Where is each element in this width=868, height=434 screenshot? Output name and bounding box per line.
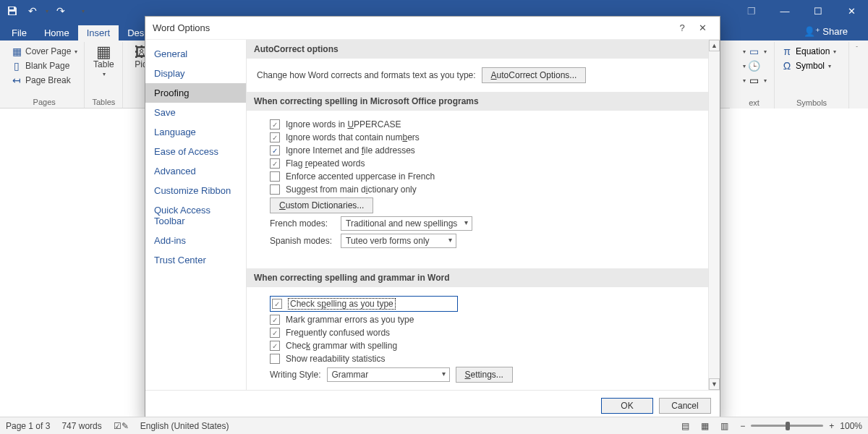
cb-suggest-main-dict[interactable] [270, 184, 280, 195]
cb-readability[interactable] [270, 354, 280, 364]
equation-button[interactable]: πEquation▾ [779, 45, 844, 58]
cb-mark-grammar[interactable] [270, 315, 280, 325]
undo-more-chevron-icon[interactable]: ▾ [46, 8, 48, 14]
close-button[interactable]: ✕ [835, 0, 868, 22]
status-words[interactable]: 747 words [61, 421, 101, 431]
blank-page-button[interactable]: ▯Blank Page [9, 59, 80, 72]
dialog-titlebar: Word Options ? ✕ [145, 17, 720, 40]
zoom-percent[interactable]: 100% [840, 421, 862, 431]
table-button[interactable]: ▦ Table ▾ [89, 45, 118, 79]
dialog-nav: General Display Proofing Save Language E… [145, 40, 247, 390]
page-break-button[interactable]: ↤Page Break [9, 74, 80, 87]
nav-language[interactable]: Language [145, 122, 246, 142]
undo-button[interactable]: ↶ [25, 3, 41, 19]
dialog-scrollbar[interactable]: ▲ ▼ [708, 40, 720, 390]
qat-customize-chevron-icon[interactable]: ▾ [82, 8, 85, 14]
writing-style-select[interactable]: Grammar [327, 367, 450, 382]
dialog-close-button[interactable]: ✕ [692, 18, 712, 38]
custom-dictionaries-button[interactable]: Custom Dictionaries... [270, 197, 373, 213]
nav-quick-access-toolbar[interactable]: Quick Access Toolbar [145, 200, 246, 231]
textbox-icon: ▭ [749, 46, 760, 57]
symbol-icon: Ω [781, 60, 793, 72]
status-language[interactable]: English (United States) [140, 421, 229, 431]
equation-icon: π [781, 46, 793, 57]
autocorrect-options-button[interactable]: AutoCorrect Options... [482, 67, 587, 83]
french-modes-select[interactable]: Traditional and new spellings [341, 216, 472, 231]
ribbon-collapse[interactable]: ˆ [849, 42, 864, 109]
date-time-icon: 🕒 [749, 60, 760, 72]
group-tables-label: Tables [92, 98, 115, 108]
nav-add-ins[interactable]: Add-ins [145, 231, 246, 250]
cancel-button[interactable]: Cancel [659, 398, 711, 414]
cover-page-icon: ▦ [11, 46, 22, 57]
nav-advanced[interactable]: Advanced [145, 161, 246, 181]
cb-mark-grammar-label: Mark grammar errors as you type [286, 315, 414, 325]
cb-readability-label: Show readability statistics [286, 354, 385, 364]
cb-ignore-numbers[interactable] [270, 132, 280, 142]
nav-trust-center[interactable]: Trust Center [145, 250, 246, 270]
group-pages-label: Pages [33, 98, 56, 108]
section-autocorrect-head: AutoCorrect options [247, 40, 708, 59]
cb-french-uppercase-label: Enforce accented uppercase in French [286, 171, 435, 182]
ok-button[interactable]: OK [601, 398, 653, 414]
scroll-down-icon[interactable]: ▼ [709, 378, 720, 390]
share-icon: 👤⁺ [804, 26, 820, 37]
nav-customize-ribbon[interactable]: Customize Ribbon [145, 181, 246, 200]
read-mode-icon[interactable]: ▤ [681, 421, 689, 431]
cb-french-uppercase[interactable] [270, 171, 280, 182]
tab-home[interactable]: Home [35, 25, 78, 41]
word-options-dialog: Word Options ? ✕ General Display Proofin… [145, 16, 720, 421]
text-item-3[interactable]: ▾ ▭▾ [740, 74, 769, 87]
web-layout-icon[interactable]: ▥ [720, 421, 728, 431]
object-icon: ▭ [749, 75, 760, 86]
nav-save[interactable]: Save [145, 103, 246, 122]
autocorrect-desc: Change how Word corrects and formats tex… [257, 70, 476, 80]
redo-button[interactable]: ↷ [53, 3, 69, 19]
dialog-help-button[interactable]: ? [672, 18, 692, 38]
cb-confused-words[interactable] [270, 328, 280, 338]
nav-proofing[interactable]: Proofing [145, 83, 246, 103]
cb-ignore-internet[interactable] [270, 145, 280, 156]
page-break-icon: ↤ [11, 75, 22, 86]
cb-ignore-uppercase-label: Ignore words in UPPERCASE [286, 119, 401, 129]
dialog-title: Word Options [153, 22, 210, 33]
tab-file[interactable]: File [3, 25, 35, 41]
zoom-in-button[interactable]: + [829, 421, 834, 431]
cb-check-spelling[interactable] [272, 299, 282, 309]
maximize-button[interactable]: ☐ [801, 0, 835, 22]
cb-grammar-with-spelling[interactable] [270, 341, 280, 351]
scroll-up-icon[interactable]: ▲ [709, 40, 720, 51]
print-layout-icon[interactable]: ▦ [701, 421, 709, 431]
section-word-spelling-head: When correcting spelling and grammar in … [247, 268, 708, 287]
tab-insert[interactable]: Insert [78, 25, 119, 41]
status-page[interactable]: Page 1 of 3 [6, 421, 50, 431]
ribbon-display-options-icon[interactable]: ❐ [735, 0, 768, 22]
cover-page-button[interactable]: ▦Cover Page▾ [9, 45, 80, 58]
svg-rect-0 [9, 7, 14, 9]
text-item-2[interactable]: ▾ 🕒 [740, 59, 769, 72]
dialog-footer: OK Cancel [145, 390, 720, 420]
writing-style-label: Writing Style: [270, 370, 321, 380]
zoom-out-button[interactable]: − [740, 421, 745, 431]
collapse-ribbon-icon[interactable]: ˆ [856, 45, 858, 51]
save-icon[interactable] [4, 3, 20, 19]
spellcheck-icon[interactable]: ☑✎ [114, 421, 129, 431]
cb-flag-repeated[interactable] [270, 158, 280, 169]
nav-ease-of-access[interactable]: Ease of Access [145, 142, 246, 161]
cb-flag-repeated-label: Flag repeated words [286, 158, 365, 169]
text-item-1[interactable]: ▾ ▭▾ [740, 45, 769, 58]
dialog-main: AutoCorrect options Change how Word corr… [247, 40, 720, 390]
cb-ignore-uppercase[interactable] [270, 119, 280, 129]
zoom-slider[interactable] [751, 425, 823, 427]
spanish-modes-select[interactable]: Tuteo verb forms only [341, 234, 456, 248]
group-text-label: ext [749, 98, 760, 109]
window-buttons: ❐ — ☐ ✕ [735, 0, 868, 22]
svg-rect-1 [9, 12, 15, 14]
nav-general[interactable]: General [145, 44, 246, 64]
settings-button[interactable]: Settings... [456, 367, 513, 383]
share-button[interactable]: 👤⁺ Share [796, 26, 855, 41]
symbol-button[interactable]: ΩSymbol▾ [779, 59, 844, 72]
cb-grammar-with-spelling-label: Check grammar with spelling [286, 341, 397, 351]
minimize-button[interactable]: — [768, 0, 801, 22]
nav-display[interactable]: Display [145, 64, 246, 83]
